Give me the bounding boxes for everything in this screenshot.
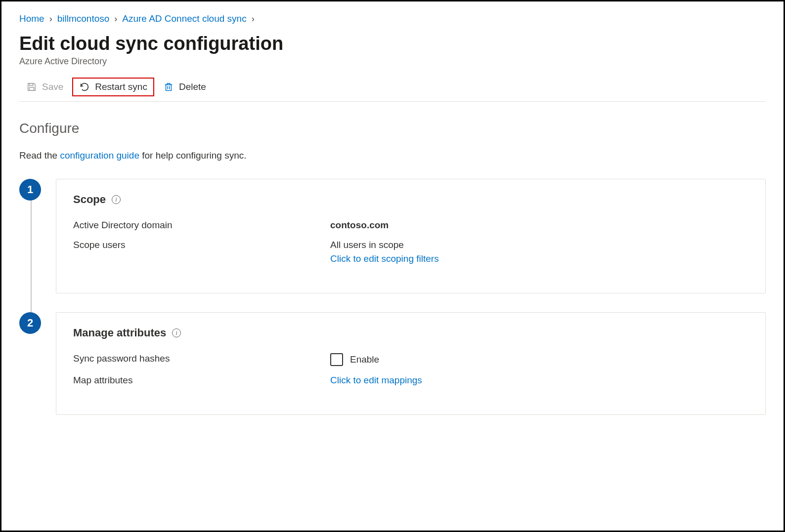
- restart-label: Restart sync: [95, 82, 147, 92]
- breadcrumb-tenant[interactable]: billmcontoso: [57, 13, 110, 24]
- step-manage-attributes: 2 Manage attributes i Sync password hash…: [56, 312, 766, 415]
- delete-button[interactable]: Delete: [156, 78, 213, 96]
- toolbar: Save Restart sync Delete: [19, 78, 766, 102]
- intro-prefix: Read the: [19, 150, 60, 161]
- edit-mappings-link[interactable]: Click to edit mappings: [330, 375, 422, 385]
- manage-attributes-title: Manage attributes: [73, 327, 166, 339]
- breadcrumb-home[interactable]: Home: [19, 13, 44, 24]
- save-button[interactable]: Save: [19, 78, 70, 96]
- svg-rect-1: [29, 87, 34, 90]
- svg-rect-0: [29, 83, 33, 86]
- restart-icon: [79, 82, 90, 92]
- enable-checkbox-label: Enable: [350, 354, 379, 365]
- scope-users-label: Scope users: [73, 240, 330, 264]
- step-scope: 1 Scope i Active Directory domain contos…: [56, 179, 766, 293]
- configuration-guide-link[interactable]: configuration guide: [60, 150, 139, 161]
- step-number-1: 1: [19, 179, 41, 201]
- breadcrumb-cloud-sync[interactable]: Azure AD Connect cloud sync: [122, 13, 246, 24]
- sync-password-hashes-label: Sync password hashes: [73, 353, 330, 366]
- page-title: Edit cloud sync configuration: [19, 33, 766, 54]
- info-icon[interactable]: i: [172, 328, 181, 337]
- restart-sync-button[interactable]: Restart sync: [72, 78, 154, 96]
- info-icon[interactable]: i: [112, 195, 121, 204]
- manage-attributes-card: Manage attributes i Sync password hashes…: [56, 312, 766, 415]
- page-subtitle: Azure Active Directory: [19, 56, 766, 67]
- chevron-right-icon: ›: [252, 14, 255, 24]
- scope-card: Scope i Active Directory domain contoso.…: [56, 179, 766, 293]
- edit-scoping-filters-link[interactable]: Click to edit scoping filters: [330, 253, 748, 264]
- enable-password-hash-checkbox[interactable]: [330, 353, 343, 366]
- trash-icon: [163, 82, 174, 92]
- scope-users-value: All users in scope: [330, 240, 404, 250]
- save-label: Save: [42, 82, 63, 92]
- ad-domain-value: contoso.com: [330, 220, 748, 231]
- map-attributes-label: Map attributes: [73, 375, 330, 386]
- svg-rect-2: [166, 84, 171, 90]
- chevron-right-icon: ›: [114, 14, 117, 24]
- step-number-2: 2: [19, 312, 41, 334]
- scope-title: Scope: [73, 193, 106, 206]
- intro-suffix: for help configuring sync.: [139, 150, 247, 161]
- chevron-right-icon: ›: [49, 14, 52, 24]
- configure-heading: Configure: [19, 121, 766, 136]
- configure-intro: Read the configuration guide for help co…: [19, 150, 766, 161]
- save-icon: [26, 82, 37, 92]
- breadcrumb: Home › billmcontoso › Azure AD Connect c…: [19, 13, 766, 24]
- ad-domain-label: Active Directory domain: [73, 220, 330, 231]
- delete-label: Delete: [179, 82, 206, 92]
